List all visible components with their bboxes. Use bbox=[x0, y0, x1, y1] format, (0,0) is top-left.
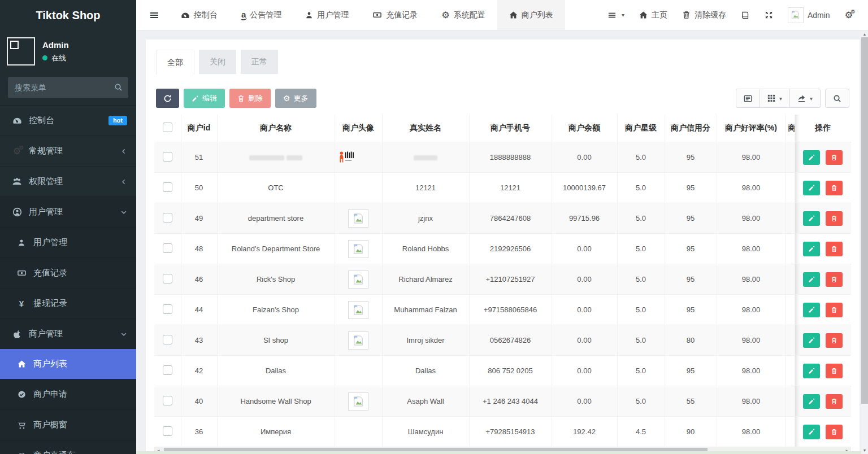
sidebar-item-label: 用户管理 bbox=[29, 207, 63, 217]
sidebar-menu: 控制台 hot ⚙⚙ 常规管理 权限管理 用户管理 用户管理 充值记录 ¥ bbox=[0, 105, 136, 454]
table-row: 42 Dallas Dallas 806 752 0205 0.00 5.0 9… bbox=[154, 356, 851, 386]
row-delete-button[interactable] bbox=[826, 333, 843, 348]
row-delete-button[interactable] bbox=[826, 425, 843, 439]
rating-cell: 98.00 bbox=[717, 356, 785, 386]
row-edit-button[interactable] bbox=[803, 181, 820, 195]
nav-item-label: 商户列表 bbox=[522, 10, 553, 20]
row-checkbox[interactable] bbox=[163, 152, 172, 161]
select-all-checkbox[interactable] bbox=[163, 123, 172, 132]
toolbar-right: ▾ ▾ bbox=[736, 89, 849, 108]
nav-menu-dropdown[interactable]: ▾ bbox=[600, 0, 632, 30]
scroll-down-arrow-icon[interactable]: ▼ bbox=[861, 448, 868, 452]
merchant-avatar-cell bbox=[335, 173, 382, 203]
credit-cell: 55 bbox=[665, 386, 717, 417]
nav-item-dashboard[interactable]: 控制台 bbox=[169, 0, 229, 30]
row-edit-button[interactable] bbox=[803, 425, 820, 439]
nav-admin-menu[interactable]: Admin bbox=[780, 0, 837, 30]
user-panel: Admin 在线 bbox=[0, 30, 136, 72]
nav-settings-button[interactable]: ⚙⚙ bbox=[837, 0, 860, 30]
row-checkbox[interactable] bbox=[163, 335, 172, 344]
columns-dropdown-button[interactable]: ▾ bbox=[760, 89, 790, 108]
row-delete-button[interactable] bbox=[826, 272, 843, 287]
row-delete-button[interactable] bbox=[826, 364, 843, 378]
balance-cell: 0.00 bbox=[552, 356, 617, 386]
broken-image-icon bbox=[348, 209, 368, 228]
vertical-scrollbar-thumb[interactable] bbox=[861, 37, 868, 404]
nav-docs-button[interactable] bbox=[734, 0, 757, 30]
sidebar-item-users[interactable]: 用户管理 bbox=[0, 227, 136, 257]
row-delete-button[interactable] bbox=[826, 181, 843, 195]
row-checkbox[interactable] bbox=[163, 426, 172, 436]
more-button[interactable]: ⚙ 更多 bbox=[275, 89, 316, 108]
nav-item-system-config[interactable]: ⚙ 系统配置 bbox=[429, 0, 497, 30]
home-icon bbox=[639, 11, 648, 19]
row-checkbox[interactable] bbox=[163, 182, 172, 192]
edit-button[interactable]: 编辑 bbox=[184, 89, 225, 108]
row-checkbox[interactable] bbox=[163, 243, 172, 253]
sidebar-item-dashboard[interactable]: 控制台 hot bbox=[0, 105, 136, 136]
row-edit-button[interactable] bbox=[803, 150, 820, 165]
sidebar-item-permissions[interactable]: 权限管理 bbox=[0, 166, 136, 197]
row-edit-button[interactable] bbox=[803, 242, 820, 256]
sidebar-search-input[interactable] bbox=[8, 77, 128, 98]
status-tabs: 全部 关闭 正常 bbox=[156, 50, 860, 75]
nav-item-merchant-list[interactable]: 商户列表 bbox=[497, 0, 565, 30]
sidebar-item-general[interactable]: ⚙⚙ 常规管理 bbox=[0, 136, 136, 166]
scroll-up-arrow-icon[interactable]: ▲ bbox=[861, 32, 868, 36]
row-delete-button[interactable] bbox=[826, 150, 843, 165]
sidebar-item-merchant-management[interactable]: 商户管理 bbox=[0, 318, 136, 349]
row-checkbox[interactable] bbox=[163, 274, 172, 283]
merchant-name-cell: Handsome Wall Shop bbox=[217, 386, 335, 417]
row-edit-button[interactable] bbox=[803, 333, 820, 348]
nav-clear-cache-button[interactable]: 清除缓存 bbox=[675, 0, 734, 30]
sidebar-item-merchant-list[interactable]: 商户列表 bbox=[0, 349, 136, 379]
sidebar-item-merchant-showcase[interactable]: 商户橱窗 bbox=[0, 409, 136, 440]
nav-item-announcements[interactable]: a 公告管理 bbox=[229, 0, 293, 30]
export-dropdown-button[interactable]: ▾ bbox=[790, 89, 821, 108]
row-delete-button[interactable] bbox=[826, 394, 843, 409]
row-delete-button[interactable] bbox=[826, 211, 843, 226]
redacted-real-name bbox=[413, 153, 439, 161]
row-delete-button[interactable] bbox=[826, 242, 843, 256]
real-name-cell: Roland Hobbs bbox=[382, 234, 469, 264]
phone-cell: +79285154913 bbox=[469, 417, 552, 447]
row-checkbox[interactable] bbox=[163, 304, 172, 314]
tab-normal[interactable]: 正常 bbox=[241, 50, 278, 74]
delete-button[interactable]: 删除 bbox=[229, 89, 271, 108]
row-edit-button[interactable] bbox=[803, 303, 820, 317]
row-delete-button[interactable] bbox=[826, 303, 843, 317]
nav-item-recharge-records[interactable]: 充值记录 bbox=[361, 0, 429, 30]
nav-fullscreen-button[interactable] bbox=[757, 0, 780, 30]
sidebar-toggle-button[interactable] bbox=[136, 0, 169, 30]
tab-all[interactable]: 全部 bbox=[156, 50, 194, 75]
row-edit-button[interactable] bbox=[803, 364, 820, 378]
row-edit-button[interactable] bbox=[803, 211, 820, 226]
nav-item-users[interactable]: 用户管理 bbox=[293, 0, 361, 30]
table-row: 36 Империя Шамсудин +79285154913 192.42 … bbox=[154, 417, 851, 447]
row-checkbox-cell bbox=[154, 142, 181, 173]
sidebar-item-merchant-express[interactable]: 商户直通车 bbox=[0, 440, 136, 454]
row-checkbox[interactable] bbox=[163, 213, 172, 222]
row-checkbox[interactable] bbox=[163, 396, 172, 405]
row-checkbox[interactable] bbox=[163, 365, 172, 375]
sidebar-item-merchant-apply[interactable]: 商户申请 bbox=[0, 379, 136, 409]
merchant-avatar-cell bbox=[335, 356, 382, 386]
search-toggle-button[interactable] bbox=[825, 89, 849, 108]
row-edit-button[interactable] bbox=[803, 272, 820, 287]
row-checkbox-cell bbox=[154, 203, 181, 234]
vertical-scrollbar[interactable]: ▲ ▼ bbox=[861, 30, 868, 454]
sidebar-item-withdraw-records[interactable]: ¥ 提现记录 bbox=[0, 288, 136, 318]
actions-cell bbox=[795, 295, 851, 325]
detail-view-button[interactable] bbox=[736, 89, 760, 108]
tab-closed[interactable]: 关闭 bbox=[199, 50, 236, 74]
nav-home-button[interactable]: 主页 bbox=[632, 0, 675, 30]
horizontal-scrollbar[interactable]: ◄ ► bbox=[154, 447, 851, 454]
row-edit-button[interactable] bbox=[803, 394, 820, 409]
scroll-left-arrow-icon[interactable]: ◄ bbox=[156, 448, 160, 453]
sidebar-item-recharge-records[interactable]: 充值记录 bbox=[0, 257, 136, 288]
sidebar-item-user-management[interactable]: 用户管理 bbox=[0, 197, 136, 227]
scroll-right-arrow-icon[interactable]: ► bbox=[845, 448, 849, 453]
refresh-button[interactable] bbox=[156, 89, 179, 108]
horizontal-scrollbar-thumb[interactable] bbox=[164, 448, 708, 454]
trash-icon bbox=[682, 11, 691, 19]
